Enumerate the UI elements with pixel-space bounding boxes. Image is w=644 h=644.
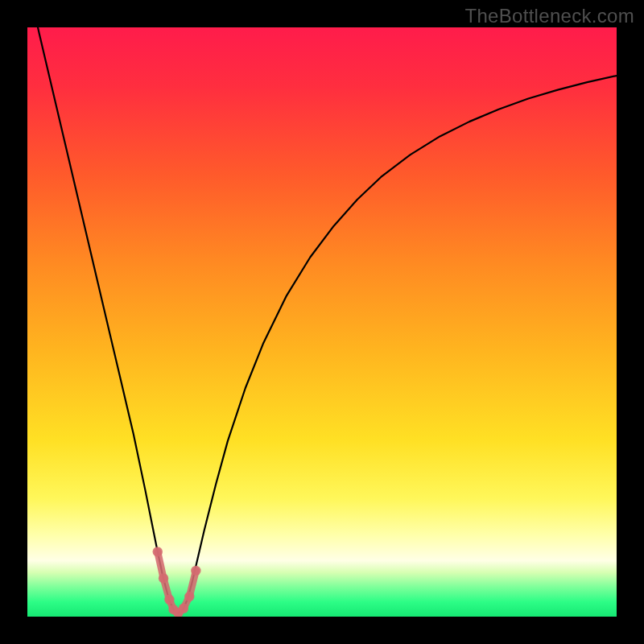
plot-area: [27, 27, 617, 617]
highlight-marker-dot: [159, 573, 168, 583]
chart-svg: [27, 27, 617, 617]
highlight-marker-dot: [191, 566, 200, 576]
watermark-text: TheBottleneck.com: [464, 5, 634, 27]
chart-frame: TheBottleneck.com: [0, 0, 644, 644]
highlight-marker-dot: [164, 595, 174, 605]
highlight-marker-dot: [153, 547, 163, 556]
highlight-marker-dot: [179, 604, 188, 613]
highlight-markers: [153, 547, 201, 617]
highlight-marker-dot: [184, 592, 194, 601]
bottleneck-curve: [27, 27, 617, 613]
